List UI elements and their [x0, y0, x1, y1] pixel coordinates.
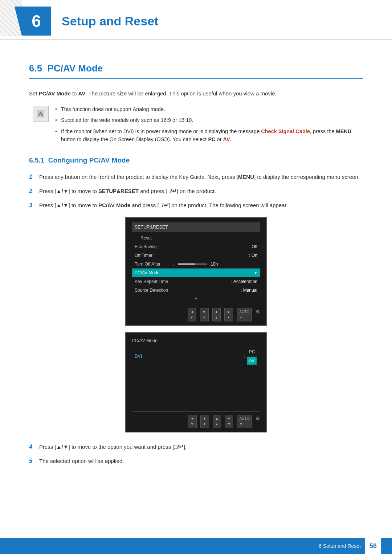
osd1-row-source: Source Detection : Manual: [132, 286, 260, 295]
osd2-value-list: PC AV: [247, 348, 257, 365]
osd1-row-reset: Reset: [132, 234, 260, 242]
osd2-gear-icon: ⚙: [256, 415, 260, 428]
steps-list-cont: 4 Press [▲/▼] to move to the option you …: [29, 443, 363, 466]
osd1-btn-down: ▼▼: [200, 308, 209, 321]
osd1-row-eco: Eco Saving : Off: [132, 242, 260, 251]
osd1-slider: [178, 263, 207, 265]
osd2-title: PC/AV Mode: [132, 337, 260, 344]
section-title: 6.5 PC/AV Mode: [29, 61, 363, 79]
osd1-row-offtimer: Off Timer : On: [132, 251, 260, 260]
osd1-row-turnoff: Turn Off After : 10h: [132, 260, 260, 268]
note-item-3: If the monitor (when set to DVI) is in p…: [55, 127, 363, 144]
step-3: 3 Press [▲/▼] to move to PC/AV Mode and …: [29, 201, 363, 210]
osd2-row-dvi: DVI : PC AV: [132, 347, 260, 366]
footer-text: 6 Setup and Reset: [319, 542, 361, 550]
osd2-btn-auto: AUTO▼: [237, 415, 252, 428]
subsection-title: 6.5.1 Configuring PC/AV Mode: [29, 155, 363, 166]
osd2-btn-enter: ↵▼: [225, 415, 233, 428]
chapter-number: 6: [32, 9, 41, 34]
step-2: 2 Press [▲/▼] to move to SETUP&RESET and…: [29, 187, 363, 196]
osd1-bottom-bar: ◄▼ ▼▼ ▲▲ ►▼ AUTO▼ ⚙: [132, 305, 260, 321]
osd1-btn-enter: ►▼: [224, 308, 233, 321]
osd-screen-2: PC/AV Mode DVI : PC AV ◄▼ ▼▼ ▲▲ ↵▼ AUTO▼: [125, 332, 267, 432]
osd-screen-1: SETUP&RESET Reset Eco Saving : Off Off T…: [125, 217, 267, 326]
osd1-btn-auto: AUTO▼: [237, 308, 252, 321]
osd1-btn-up: ▲▲: [212, 308, 221, 321]
note-item-2: Supplied for the wide models only such a…: [55, 116, 363, 124]
step-4: 4 Press [▲/▼] to move to the option you …: [29, 443, 363, 452]
svg-rect-0: [37, 110, 44, 118]
chapter-title: Setup and Reset: [62, 12, 158, 30]
steps-list: 1 Press any button on the front of the p…: [29, 173, 363, 210]
page-footer: 6 Setup and Reset 56: [0, 538, 392, 554]
note-item-1: This function does not support Analog mo…: [55, 105, 363, 113]
osd2-btn-down: ▼▼: [200, 415, 209, 428]
pencil-icon: [36, 109, 46, 119]
osd2-btn-up: ▲▲: [213, 415, 221, 428]
chapter-number-box: 6: [22, 7, 51, 36]
osd1-row-pcav: PC/AV Mode ▸: [132, 268, 260, 277]
note-box: This function does not support Analog mo…: [33, 105, 363, 147]
osd2-val-pc: PC: [247, 348, 257, 356]
osd2-val-av: AV: [247, 357, 257, 365]
osd1-btn-left: ◄▼: [188, 308, 196, 321]
note-list: This function does not support Analog mo…: [55, 105, 363, 147]
step-5: 5 The selected option will be applied.: [29, 457, 363, 466]
osd1-row-keyrepeat: Key Repeat Time : Acceleration: [132, 277, 260, 286]
osd1-gear-icon: ⚙: [256, 308, 260, 321]
footer-page-number: 56: [365, 538, 381, 554]
osd2-bottom-bar: ◄▼ ▼▼ ▲▲ ↵▼ AUTO▼ ⚙: [132, 411, 260, 428]
main-content: 6.5 PC/AV Mode Set PC/AV Mode to AV. The…: [0, 43, 392, 502]
osd1-row-arrow: ▼: [132, 295, 260, 303]
screens-container: SETUP&RESET Reset Eco Saving : Off Off T…: [29, 217, 363, 432]
osd2-btn-left: ◄▼: [188, 415, 197, 428]
chapter-header: 6 Setup and Reset: [0, 0, 392, 40]
intro-paragraph: Set PC/AV Mode to AV. The picture size w…: [29, 89, 363, 98]
step-1: 1 Press any button on the front of the p…: [29, 173, 363, 182]
osd1-title: SETUP&RESET: [132, 222, 260, 232]
note-icon: [33, 106, 49, 122]
